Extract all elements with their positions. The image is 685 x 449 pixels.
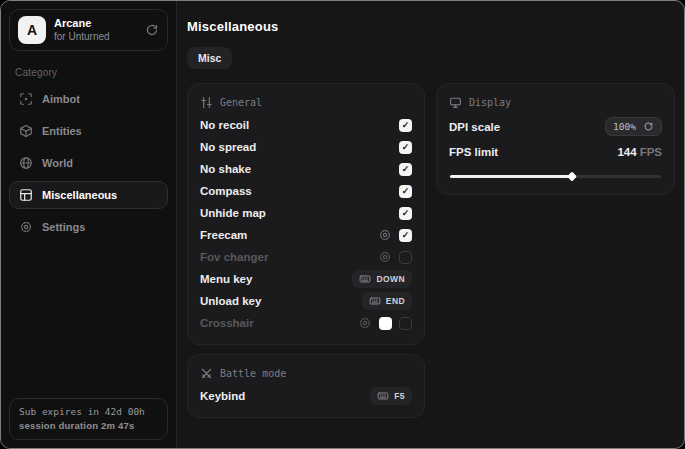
sidebar-item-settings[interactable]: Settings — [9, 213, 168, 241]
setting-row: Menu keyDOWN — [200, 268, 412, 290]
cube-icon — [19, 124, 33, 138]
dpi-scale-row: DPI scale 100% — [449, 114, 662, 139]
refresh-icon[interactable] — [643, 121, 654, 132]
general-section-title: General — [220, 97, 262, 108]
app-name: Arcane — [54, 17, 137, 31]
setting-row: Freecam✓ — [200, 224, 412, 246]
sidebar-item-label: Aimbot — [42, 93, 80, 105]
general-section-card: General No recoil✓No spread✓No shake✓Com… — [187, 83, 425, 345]
fps-limit-label: FPS limit — [449, 146, 498, 158]
checkbox-checked[interactable]: ✓ — [399, 185, 412, 198]
setting-row: Fov changer — [200, 246, 412, 268]
fps-limit-row: FPS limit 144FPS — [449, 139, 662, 164]
tab-misc[interactable]: Misc — [187, 47, 232, 69]
gear-icon — [19, 220, 33, 234]
setting-row: No recoil✓ — [200, 114, 412, 136]
checkbox-checked[interactable]: ✓ — [399, 207, 412, 220]
monitor-icon — [449, 96, 462, 109]
sidebar-item-label: World — [42, 157, 73, 169]
app-header-card: A Arcane for Unturned — [9, 9, 168, 51]
checkbox-unchecked[interactable] — [399, 251, 412, 264]
setting-row: No shake✓ — [200, 158, 412, 180]
sidebar-item-miscellaneous[interactable]: Miscellaneous — [9, 181, 168, 209]
setting-label: No shake — [200, 163, 251, 175]
sliders-icon — [200, 96, 213, 109]
subscription-status-card: Sub expires in 42d 00h session duration … — [9, 398, 168, 440]
setting-row: Compass✓ — [200, 180, 412, 202]
keybind-badge[interactable]: DOWN — [352, 270, 412, 288]
sidebar-item-label: Settings — [42, 221, 85, 233]
crosshair-scan-icon — [19, 92, 33, 106]
keybind-badge[interactable]: F5 — [370, 387, 412, 405]
battle-mode-section-card: Battle mode KeybindF5 — [187, 354, 425, 418]
checkbox-checked[interactable]: ✓ — [399, 229, 412, 242]
sidebar-nav: AimbotEntitiesWorldMiscellaneousSettings — [9, 85, 168, 245]
app-window: A Arcane for Unturned Category AimbotEnt… — [0, 0, 685, 449]
app-logo: A — [18, 16, 46, 44]
setting-row: KeybindF5 — [200, 385, 412, 407]
setting-label: No spread — [200, 141, 256, 153]
setting-label: Unload key — [200, 295, 261, 307]
keybind-value: END — [386, 296, 405, 306]
dpi-scale-badge[interactable]: 100% — [605, 117, 662, 136]
setting-row: Unhide map✓ — [200, 202, 412, 224]
setting-label: Menu key — [200, 273, 252, 285]
globe-icon — [19, 156, 33, 170]
battle-mode-section-title: Battle mode — [220, 368, 286, 379]
swords-icon — [200, 367, 213, 380]
sidebar-item-aimbot[interactable]: Aimbot — [9, 85, 168, 113]
gear-icon[interactable] — [358, 316, 372, 330]
checkbox-checked[interactable]: ✓ — [399, 141, 412, 154]
page-title: Miscellaneous — [187, 19, 675, 34]
keybind-badge[interactable]: END — [362, 292, 412, 310]
setting-label: Freecam — [200, 229, 247, 241]
display-section-header: Display — [449, 93, 662, 114]
setting-label: Fov changer — [200, 251, 268, 263]
slider-thumb[interactable] — [567, 171, 577, 181]
keybind-value: F5 — [394, 391, 405, 401]
fps-limit-slider[interactable] — [450, 170, 661, 182]
checkbox-unchecked[interactable] — [399, 317, 412, 330]
fps-limit-unit: FPS — [640, 146, 662, 158]
keybind-value: DOWN — [376, 274, 405, 284]
sidebar: A Arcane for Unturned Category AimbotEnt… — [1, 1, 177, 448]
sidebar-item-label: Entities — [42, 125, 82, 137]
dpi-scale-label: DPI scale — [449, 121, 500, 133]
sidebar-item-world[interactable]: World — [9, 149, 168, 177]
setting-label: Crosshair — [200, 317, 254, 329]
setting-label: Unhide map — [200, 207, 266, 219]
color-swatch[interactable] — [379, 317, 392, 330]
category-label: Category — [15, 67, 162, 78]
setting-row: No spread✓ — [200, 136, 412, 158]
checkbox-checked[interactable]: ✓ — [399, 119, 412, 132]
sidebar-item-label: Miscellaneous — [42, 189, 117, 201]
setting-label: Compass — [200, 185, 252, 197]
slider-fill — [450, 175, 572, 178]
checkbox-checked[interactable]: ✓ — [399, 163, 412, 176]
battle-mode-section-header: Battle mode — [200, 364, 412, 385]
display-section-title: Display — [469, 97, 511, 108]
setting-row: Unload keyEND — [200, 290, 412, 312]
setting-row: Crosshair — [200, 312, 412, 334]
grid-icon — [19, 188, 33, 202]
setting-label: No recoil — [200, 119, 249, 131]
keyboard-icon — [369, 295, 381, 307]
sidebar-item-entities[interactable]: Entities — [9, 117, 168, 145]
gear-icon[interactable] — [378, 250, 392, 264]
app-subtitle: for Unturned — [54, 31, 137, 44]
sync-icon[interactable] — [145, 23, 159, 37]
display-section-card: Display DPI scale 100% FPS limit 144FPS — [436, 83, 675, 195]
general-section-header: General — [200, 93, 412, 114]
fps-limit-value: 144 — [617, 146, 636, 158]
setting-label: Keybind — [200, 390, 245, 402]
session-duration-text: session duration 2m 47s — [19, 420, 158, 431]
gear-icon[interactable] — [378, 228, 392, 242]
dpi-scale-value: 100% — [613, 121, 636, 132]
main-content: Miscellaneous Misc General No recoil✓No … — [177, 1, 685, 448]
keyboard-icon — [377, 390, 389, 402]
keyboard-icon — [359, 273, 371, 285]
sub-expiry-text: Sub expires in 42d 00h — [19, 406, 158, 417]
